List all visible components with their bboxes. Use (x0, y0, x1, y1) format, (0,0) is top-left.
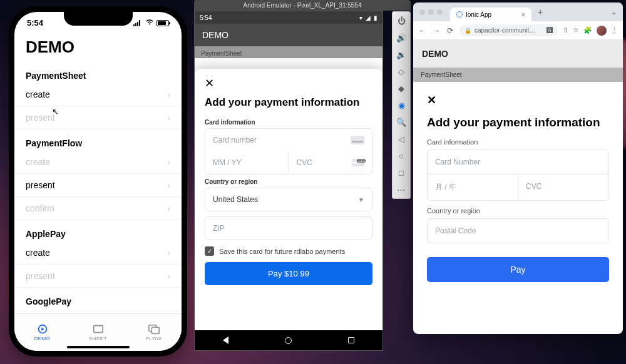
chevron-right-icon: › (168, 204, 170, 213)
profile-avatar[interactable] (597, 26, 607, 36)
card-number-input[interactable]: Card Number (428, 150, 608, 174)
chevron-down-icon[interactable]: ⌄ (611, 8, 619, 16)
svg-rect-3 (151, 327, 159, 333)
more-icon[interactable]: ⋯ (396, 185, 406, 195)
chevron-right-icon: › (168, 158, 170, 167)
expiry-input[interactable]: MM / YY (205, 151, 289, 174)
wifi-icon (145, 18, 154, 28)
ios-time: 5:54 (27, 18, 43, 28)
sheet-title: Add your payment information (205, 96, 372, 109)
share-icon[interactable]: ⇧ (563, 26, 568, 34)
overview-icon[interactable]: □ (396, 168, 406, 178)
emulator-title: Android Emulator - Pixel_XL_API_31:5554 (194, 0, 411, 11)
rotate-right-icon[interactable]: ◆ (396, 83, 406, 93)
ios-screen: 5:54 DEMO PaymentSheet create› present› … (14, 12, 182, 351)
flow-tab-icon (147, 323, 161, 335)
tab-flow[interactable]: FLOW (126, 314, 182, 351)
ios-notch (64, 12, 133, 26)
dimmed-section: PaymentSheet (195, 46, 382, 58)
page-title: DEMO (14, 28, 182, 62)
row-create[interactable]: create› (14, 241, 182, 265)
row-present[interactable]: present› (14, 174, 182, 197)
row-present[interactable]: present› (14, 106, 182, 129)
payment-sheet: ✕ Add your payment information Card info… (413, 82, 623, 293)
app-header: DEMO (413, 40, 623, 68)
card-info-label: Card information (205, 119, 372, 126)
tab-demo[interactable]: DEMO (14, 314, 70, 351)
wifi-icon: ▾ (359, 14, 362, 21)
chevron-right-icon: › (168, 181, 170, 190)
window-controls[interactable] (419, 9, 443, 15)
card-icon (351, 136, 364, 144)
ios-tabbar: DEMO SHEET FLOW (14, 313, 182, 351)
android-screen: 5:54 ▾ ◢ ▮ DEMO PaymentSheet ✕ Add your … (194, 11, 383, 351)
country-label: Country or region (205, 178, 372, 185)
signal-icon: ◢ (366, 14, 371, 21)
reload-icon[interactable]: ⟳ (446, 26, 454, 35)
close-tab-icon[interactable]: × (521, 11, 525, 18)
extensions-icon[interactable]: 🧩 (583, 26, 592, 34)
card-fields: Card Number 月 / 年 CVC (427, 149, 609, 201)
zip-input[interactable]: ZIP (205, 216, 372, 240)
section-applepay: ApplePay (14, 220, 182, 241)
sheet-title: Add your payment information (427, 116, 609, 129)
save-card-checkbox[interactable]: ✓ Save this card for future rdlabo payme… (205, 246, 372, 256)
cvc-icon (352, 159, 364, 166)
browser-window: Ionic App × + ⌄ ← → ⟳ 🔒 capacitor-commun… (413, 3, 623, 334)
browser-tabstrip: Ionic App × + ⌄ (413, 3, 623, 21)
browser-tab[interactable]: Ionic App × (450, 8, 531, 21)
favicon-icon (456, 11, 463, 18)
chevron-right-icon: › (168, 90, 170, 99)
nav-back-icon[interactable]: ← (418, 26, 427, 35)
nav-forward-icon[interactable]: → (432, 26, 441, 35)
ios-home-indicator (67, 346, 130, 348)
chevron-right-icon: › (168, 113, 170, 123)
rotate-left-icon[interactable]: ◇ (396, 66, 406, 76)
battery-icon: ▮ (374, 14, 377, 21)
android-emulator: Android Emulator - Pixel_XL_API_31:5554 … (194, 0, 411, 351)
pay-button[interactable]: Pay $10.99 (205, 262, 372, 285)
row-create[interactable]: create› (14, 83, 182, 106)
chevron-down-icon: ▼ (358, 196, 364, 203)
android-nav-bar (195, 330, 382, 350)
row-create[interactable]: create› (14, 151, 182, 174)
cvc-input[interactable]: CVC (518, 174, 608, 200)
row-confirm[interactable]: confirm› (14, 197, 182, 220)
country-select[interactable]: United States ▼ (205, 188, 372, 211)
close-icon[interactable]: ✕ (205, 76, 217, 90)
ios-device-frame: 5:54 DEMO PaymentSheet create› present› … (9, 6, 187, 356)
card-number-input[interactable]: Card number (205, 129, 372, 151)
browser-extensions: ⇧ ☆ 🧩 ⋮ (563, 26, 618, 36)
close-icon[interactable]: ✕ (427, 93, 609, 107)
bookmark-icon[interactable]: ☆ (573, 26, 579, 34)
back-icon[interactable]: ◁ (396, 134, 406, 144)
section-paymentflow: PaymentFlow (14, 129, 182, 151)
chevron-right-icon: › (168, 248, 170, 258)
new-tab-icon[interactable]: + (534, 7, 546, 17)
menu-icon[interactable]: ⋮ (611, 26, 618, 34)
nav-recents-icon[interactable] (348, 337, 354, 343)
signal-icon (133, 20, 143, 26)
volume-down-icon[interactable]: 🔉 (396, 49, 406, 59)
card-fields: Card number MM / YY CVC (205, 128, 372, 174)
country-label: Country or region (427, 207, 609, 215)
url-bar[interactable]: 🔒 capacitor-communit… 🅰 (459, 24, 558, 36)
section-label: PaymentSheet (413, 68, 623, 82)
android-time: 5:54 (200, 14, 212, 21)
home-icon[interactable]: ○ (396, 151, 406, 161)
power-icon[interactable]: ⏻ (396, 16, 406, 26)
nav-home-icon[interactable] (285, 337, 292, 344)
sheet-tab-icon (91, 323, 105, 335)
expiry-input[interactable]: 月 / 年 (428, 174, 518, 200)
cvc-input[interactable]: CVC (289, 151, 372, 174)
android-header: DEMO (195, 24, 382, 46)
nav-back-icon[interactable] (223, 336, 228, 344)
postal-input[interactable]: Postal Code (427, 218, 609, 243)
volume-up-icon[interactable]: 🔊 (396, 33, 406, 43)
translate-icon[interactable]: 🅰 (546, 27, 553, 34)
pay-button[interactable]: Pay (427, 257, 609, 282)
row-present[interactable]: present› (14, 265, 182, 288)
checkbox-checked-icon: ✓ (205, 246, 214, 256)
camera-icon[interactable]: ◉ (396, 100, 406, 110)
zoom-icon[interactable]: 🔍 (396, 117, 406, 127)
